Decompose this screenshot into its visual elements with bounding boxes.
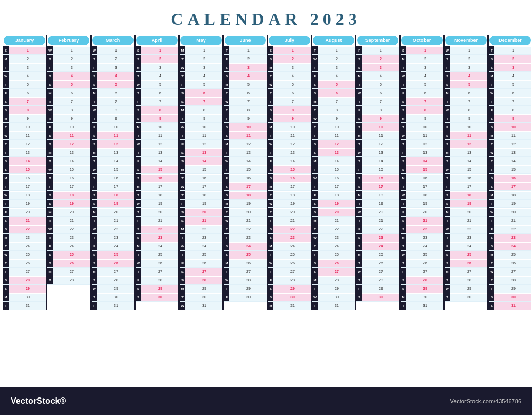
day-cell: M9 <box>401 115 443 123</box>
day-letter: M <box>224 259 229 267</box>
day-number: 25 <box>362 253 399 256</box>
day-cell: M13 <box>47 149 90 157</box>
day-number: 18 <box>141 193 178 197</box>
day-number: 16 <box>450 176 487 180</box>
day-letter: S <box>180 217 185 225</box>
day-number: 22 <box>450 227 487 231</box>
day-cell: T23 <box>92 234 134 242</box>
day-number: 15 <box>362 168 399 171</box>
day-letter: F <box>401 148 406 156</box>
day-letter: T <box>489 276 494 284</box>
day-number: 16 <box>9 176 46 180</box>
day-cell: F7 <box>136 98 178 106</box>
day-letter: S <box>268 106 273 114</box>
day-letter: T <box>47 234 53 242</box>
day-cell: S15 <box>136 166 178 174</box>
day-cell: M10 <box>136 123 178 131</box>
day-letter: F <box>3 208 9 216</box>
day-number: 11 <box>229 134 267 137</box>
day-letter: F <box>92 302 97 310</box>
day-cell: W20 <box>489 209 531 217</box>
day-letter: F <box>356 106 362 114</box>
day-letter: T <box>224 89 229 97</box>
day-letter: S <box>136 55 141 63</box>
day-number: 16 <box>185 176 222 180</box>
day-cell: T15 <box>312 166 355 174</box>
day-letter: F <box>92 63 97 71</box>
day-cell: T8 <box>312 106 355 114</box>
day-number: 16 <box>406 176 443 180</box>
day-cell: M16 <box>401 175 443 182</box>
calendar-row: F6M6M6T6S6T6T6S6W6F6M6W6 <box>3 89 531 97</box>
day-cell: S2 <box>136 55 178 63</box>
day-cell: M18 <box>356 192 399 200</box>
day-letter: T <box>489 217 494 225</box>
day-number: 11 <box>273 134 311 137</box>
day-number: 17 <box>229 185 267 188</box>
day-letter: T <box>445 55 450 63</box>
day-letter: F <box>47 242 53 250</box>
day-letter: S <box>401 276 406 284</box>
day-cell: W17 <box>180 183 222 191</box>
day-letter: S <box>312 89 318 97</box>
day-number: 12 <box>9 142 46 146</box>
day-letter: T <box>3 123 9 131</box>
day-number: 17 <box>318 185 355 188</box>
day-number: 21 <box>273 219 311 222</box>
day-cell: F17 <box>92 183 134 191</box>
calendar-row: S15W15W15S15M15T15S15T15F15S15W15F15 <box>3 165 531 174</box>
day-number: 7 <box>97 99 134 103</box>
day-letter: W <box>489 89 494 97</box>
day-letter: T <box>268 251 273 259</box>
day-cell: W11 <box>401 132 443 140</box>
day-letter: F <box>356 285 362 293</box>
day-letter: F <box>47 182 53 190</box>
day-number: 8 <box>9 108 46 112</box>
day-cell: W19 <box>136 200 178 208</box>
day-letter: T <box>356 259 362 267</box>
day-number: 25 <box>406 253 443 256</box>
day-number: 4 <box>229 74 267 78</box>
day-cell: S24 <box>489 243 531 251</box>
day-number: 24 <box>229 244 267 248</box>
day-cell: W5 <box>268 81 311 89</box>
day-number: 25 <box>141 253 178 256</box>
day-number: 13 <box>9 151 46 154</box>
day-cell: W5 <box>136 81 178 89</box>
day-letter: W <box>489 148 494 156</box>
calendar-row: S21T21T21F21S21W21F21M21T21S21T21T21 <box>3 217 531 225</box>
day-letter: M <box>312 217 318 225</box>
day-letter: F <box>92 242 97 250</box>
day-cell: W30 <box>312 294 355 302</box>
day-letter: T <box>445 276 450 284</box>
footer-bar: VectorStock® VectorStock.com/43546786 <box>0 387 532 415</box>
day-number: 18 <box>494 193 531 197</box>
day-letter: S <box>180 89 185 97</box>
day-number: 29 <box>9 287 46 290</box>
day-number: 19 <box>273 202 311 205</box>
day-letter: M <box>401 293 406 301</box>
day-letter: S <box>180 157 185 165</box>
day-letter: M <box>401 55 406 63</box>
day-number: 15 <box>273 168 311 171</box>
day-cell: F22 <box>489 226 531 234</box>
day-letter: S <box>445 131 450 139</box>
day-cell: F24 <box>445 243 487 251</box>
day-letter: S <box>224 72 229 80</box>
day-cell: S16 <box>136 175 178 182</box>
footer-brand: VectorStock® <box>11 396 66 406</box>
day-letter: T <box>224 225 229 233</box>
day-number: 24 <box>97 244 134 248</box>
day-cell: T31 <box>401 302 443 310</box>
day-cell: T22 <box>312 226 355 234</box>
day-letter: S <box>489 293 494 301</box>
day-number: 26 <box>273 261 311 265</box>
day-cell: S23 <box>136 234 178 242</box>
day-cell: W3 <box>180 64 222 72</box>
day-letter: T <box>356 217 362 225</box>
day-letter: T <box>356 97 362 105</box>
day-number: 9 <box>450 117 487 120</box>
day-number: 5 <box>185 82 222 86</box>
day-letter: F <box>312 131 318 139</box>
day-cell: T7 <box>356 98 399 106</box>
